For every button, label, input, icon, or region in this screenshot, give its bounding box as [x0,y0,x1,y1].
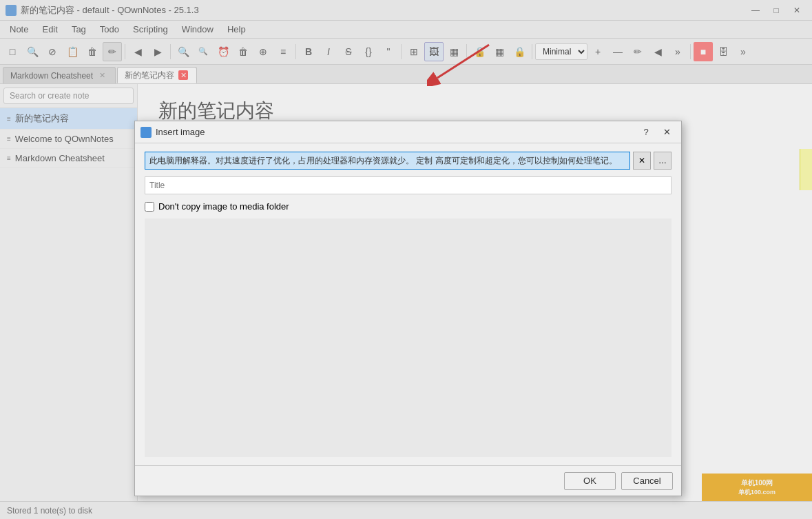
dialog-url-row: ✕ … [145,152,672,170]
dialog-browse-button[interactable]: … [654,152,672,170]
insert-image-dialog: Insert image ? ✕ ✕ … Don't copy image to… [134,121,682,496]
dialog-close-button[interactable]: ✕ [658,125,676,140]
dialog-title-left: Insert image [140,127,205,138]
dialog-cancel-button[interactable]: Cancel [621,472,673,490]
dialog-checkbox-row: Don't copy image to media folder [145,201,672,212]
dialog-content-spacer [145,218,672,457]
dialog-help-button[interactable]: ? [637,125,655,140]
dialog-titlebar-right: ? ✕ [637,125,676,140]
dialog-checkbox-label: Don't copy image to media folder [158,201,289,212]
dialog-checkbox[interactable] [145,202,154,212]
dialog-title-text: Insert image [156,127,205,137]
dialog-title-input[interactable] [145,176,672,194]
dialog-ok-button[interactable]: OK [564,472,616,490]
dialog-body: ✕ … Don't copy image to media folder [135,143,681,465]
dialog-footer: OK Cancel [135,465,681,496]
insert-image-icon [140,127,152,138]
dialog-titlebar: Insert image ? ✕ [135,121,681,143]
dialog-url-input[interactable] [145,152,630,170]
dialog-clear-button[interactable]: ✕ [633,152,651,170]
